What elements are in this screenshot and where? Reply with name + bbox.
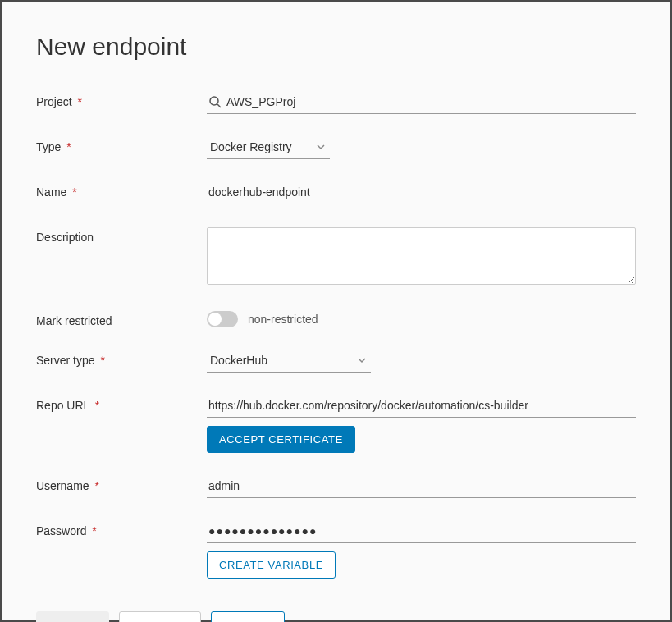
create-variable-button[interactable]: CREATE VARIABLE <box>207 551 336 579</box>
dialog-title: New endpoint <box>36 33 636 61</box>
label-username-text: Username <box>36 479 89 492</box>
label-description: Description <box>36 227 207 244</box>
description-textarea[interactable] <box>207 227 636 285</box>
row-repo-url: Repo URL * ACCEPT CERTIFICATE <box>36 396 636 453</box>
row-name: Name * <box>36 182 636 204</box>
label-server-type-text: Server type <box>36 354 95 367</box>
required-indicator: * <box>100 354 104 367</box>
required-indicator: * <box>66 140 71 153</box>
name-input[interactable] <box>207 182 636 204</box>
type-select[interactable]: Docker Registry <box>207 137 330 159</box>
svg-line-1 <box>217 104 221 107</box>
username-input[interactable] <box>207 476 636 498</box>
required-indicator: * <box>94 479 98 492</box>
required-indicator: * <box>92 524 96 537</box>
row-password: Password * CREATE VARIABLE <box>36 521 636 579</box>
validate-button[interactable]: VALIDATE <box>119 611 201 622</box>
cancel-button[interactable]: CANCEL <box>211 611 285 622</box>
row-mark-restricted: Mark restricted non-restricted <box>36 311 636 327</box>
password-input[interactable] <box>207 521 636 543</box>
label-project-text: Project <box>36 95 72 108</box>
required-indicator: * <box>72 185 76 199</box>
project-input-wrap[interactable] <box>207 92 636 114</box>
server-type-value: DockerHub <box>210 354 267 367</box>
label-mark-restricted: Mark restricted <box>36 311 207 327</box>
label-repo-url-text: Repo URL <box>36 399 89 412</box>
label-password-text: Password <box>36 524 86 537</box>
project-input[interactable] <box>207 92 636 114</box>
create-button[interactable]: CREATE <box>36 611 109 622</box>
label-password: Password * <box>36 521 207 537</box>
row-description: Description <box>36 227 636 288</box>
footer-buttons: CREATE VALIDATE CANCEL <box>36 611 636 622</box>
new-endpoint-dialog: New endpoint Project * Type * Docker Reg… <box>0 0 672 622</box>
label-type: Type * <box>36 137 207 153</box>
required-indicator: * <box>95 399 99 412</box>
label-project: Project * <box>36 92 207 108</box>
label-username: Username * <box>36 476 207 492</box>
row-username: Username * <box>36 476 636 498</box>
restricted-toggle-label: non-restricted <box>248 313 318 326</box>
label-name: Name * <box>36 182 207 199</box>
label-name-text: Name <box>36 185 66 199</box>
search-icon <box>208 95 222 108</box>
row-server-type: Server type * DockerHub <box>36 350 636 373</box>
label-description-text: Description <box>36 231 94 244</box>
type-select-value: Docker Registry <box>210 140 292 153</box>
restricted-toggle[interactable] <box>207 311 238 327</box>
chevron-down-icon <box>358 356 366 364</box>
repo-url-input[interactable] <box>207 396 636 418</box>
svg-point-0 <box>210 97 218 105</box>
accept-certificate-button[interactable]: ACCEPT CERTIFICATE <box>207 426 355 453</box>
row-type: Type * Docker Registry <box>36 137 636 159</box>
label-type-text: Type <box>36 140 61 153</box>
label-mark-restricted-text: Mark restricted <box>36 314 112 327</box>
row-project: Project * <box>36 92 636 114</box>
label-server-type: Server type * <box>36 350 207 367</box>
server-type-select[interactable]: DockerHub <box>207 350 371 373</box>
label-repo-url: Repo URL * <box>36 396 207 412</box>
required-indicator: * <box>77 95 81 108</box>
chevron-down-icon <box>317 143 325 151</box>
